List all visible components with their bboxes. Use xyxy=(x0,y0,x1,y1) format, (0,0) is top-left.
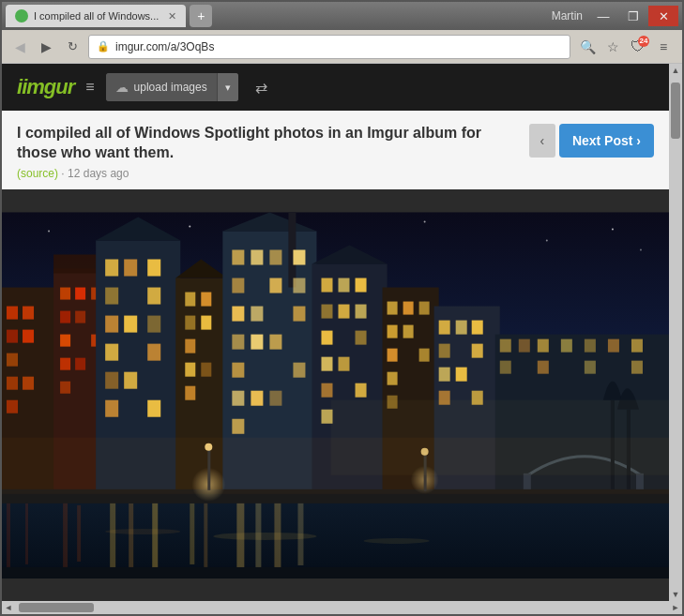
vertical-scroll-thumb[interactable] xyxy=(671,83,680,139)
next-post-label: Next Post › xyxy=(572,133,641,148)
svg-rect-25 xyxy=(60,334,70,346)
svg-point-142 xyxy=(213,533,316,540)
svg-rect-116 xyxy=(538,338,549,352)
hamburger-icon[interactable]: ≡ xyxy=(85,79,94,96)
svg-rect-83 xyxy=(321,304,332,318)
svg-rect-37 xyxy=(105,315,118,332)
svg-rect-20 xyxy=(60,287,70,299)
svg-rect-48 xyxy=(185,292,195,306)
svg-rect-45 xyxy=(147,399,160,416)
svg-rect-110 xyxy=(456,367,467,381)
upload-button-label: upload images xyxy=(134,81,207,94)
svg-rect-42 xyxy=(105,371,118,388)
address-bar[interactable] xyxy=(115,40,562,53)
svg-rect-39 xyxy=(147,315,160,332)
prev-post-button[interactable]: ‹ xyxy=(529,124,555,158)
svg-rect-64 xyxy=(269,278,281,293)
address-bar-container[interactable]: 🔒 xyxy=(88,35,570,59)
svg-rect-130 xyxy=(63,501,68,566)
svg-rect-55 xyxy=(185,385,195,399)
svg-rect-44 xyxy=(105,399,118,416)
svg-rect-129 xyxy=(25,503,28,563)
post-image-container xyxy=(2,189,669,601)
svg-rect-123 xyxy=(585,360,596,373)
imgur-content: iimgur ≡ ☁ upload images ▾ ⇄ xyxy=(2,64,669,601)
svg-rect-72 xyxy=(232,362,244,377)
svg-rect-32 xyxy=(105,259,118,276)
svg-rect-70 xyxy=(251,334,263,349)
source-link[interactable]: (source) xyxy=(17,167,58,180)
menu-icon[interactable]: ≡ xyxy=(652,36,675,58)
svg-rect-35 xyxy=(105,287,118,304)
svg-rect-131 xyxy=(77,504,81,561)
scroll-down-arrow[interactable]: ▼ xyxy=(669,588,682,601)
svg-rect-23 xyxy=(60,310,70,323)
post-area: I compiled all of Windows Spotlight phot… xyxy=(2,111,669,601)
svg-rect-49 xyxy=(201,292,211,306)
svg-rect-65 xyxy=(293,278,305,293)
svg-rect-21 xyxy=(75,287,85,299)
new-tab-button[interactable]: + xyxy=(190,5,212,27)
zoom-icon[interactable]: 🔍 xyxy=(576,36,599,58)
svg-rect-121 xyxy=(500,360,511,373)
scroll-left-arrow[interactable]: ◄ xyxy=(2,601,15,614)
next-post-button[interactable]: Next Post › xyxy=(559,124,654,158)
star-icon[interactable]: ☆ xyxy=(601,36,624,58)
maximize-button[interactable]: ❐ xyxy=(618,6,648,26)
svg-rect-94 xyxy=(388,301,398,314)
svg-rect-52 xyxy=(185,338,195,353)
post-image xyxy=(2,189,669,601)
svg-rect-63 xyxy=(232,278,244,293)
minimize-button[interactable]: — xyxy=(588,6,618,26)
browser-tab[interactable]: I compiled all of Windows... ✕ xyxy=(6,5,186,27)
svg-rect-89 xyxy=(339,356,350,370)
forward-button[interactable]: ▶ xyxy=(36,37,56,57)
vertical-scrollbar[interactable]: ▲ ▼ xyxy=(669,64,682,601)
svg-rect-15 xyxy=(7,376,18,389)
svg-rect-53 xyxy=(185,362,195,376)
close-button[interactable]: ✕ xyxy=(648,6,678,26)
tab-close-icon[interactable]: ✕ xyxy=(168,10,176,23)
svg-rect-98 xyxy=(403,324,414,338)
title-bar-left: I compiled all of Windows... ✕ + xyxy=(6,5,552,27)
svg-rect-86 xyxy=(321,330,332,344)
svg-rect-14 xyxy=(7,353,18,366)
svg-rect-133 xyxy=(129,503,133,566)
svg-rect-73 xyxy=(293,362,305,377)
horizontal-scroll-track[interactable] xyxy=(15,601,669,614)
refresh-button[interactable]: ↻ xyxy=(62,37,83,57)
svg-rect-71 xyxy=(269,334,281,349)
tab-favicon xyxy=(15,9,28,23)
svg-rect-24 xyxy=(75,310,85,323)
svg-rect-117 xyxy=(561,338,572,352)
post-meta: (source) · 12 days ago xyxy=(17,167,518,180)
svg-rect-155 xyxy=(330,399,669,474)
upload-button[interactable]: ☁ upload images xyxy=(106,73,217,101)
upload-dropdown-arrow[interactable]: ▾ xyxy=(217,73,238,101)
back-button[interactable]: ◀ xyxy=(9,37,30,57)
ublock-icon[interactable]: 🛡 24 xyxy=(627,36,649,58)
nav-bar: ◀ ▶ ↻ 🔒 🔍 ☆ 🛡 24 ≡ xyxy=(2,30,682,64)
horizontal-scrollbar[interactable]: ◄ ► xyxy=(2,601,682,614)
svg-rect-12 xyxy=(7,329,18,342)
svg-rect-68 xyxy=(293,306,305,321)
svg-rect-151 xyxy=(2,567,669,578)
svg-rect-105 xyxy=(456,320,467,334)
lock-icon: 🔒 xyxy=(97,40,110,53)
svg-rect-54 xyxy=(201,362,211,376)
svg-rect-91 xyxy=(356,383,367,397)
svg-rect-38 xyxy=(124,315,137,332)
svg-rect-41 xyxy=(147,343,160,360)
svg-rect-59 xyxy=(232,249,244,264)
svg-rect-67 xyxy=(251,306,263,321)
horizontal-scroll-thumb[interactable] xyxy=(19,603,94,612)
shuffle-icon[interactable]: ⇄ xyxy=(255,79,267,97)
imgur-page: iimgur ≡ ☁ upload images ▾ ⇄ xyxy=(2,64,682,601)
svg-rect-106 xyxy=(472,320,483,334)
scroll-up-arrow[interactable]: ▲ xyxy=(669,64,682,77)
svg-rect-36 xyxy=(147,287,160,304)
svg-rect-90 xyxy=(321,383,332,397)
svg-rect-40 xyxy=(105,343,118,360)
svg-rect-58 xyxy=(288,212,296,287)
scroll-right-arrow[interactable]: ► xyxy=(669,601,682,614)
